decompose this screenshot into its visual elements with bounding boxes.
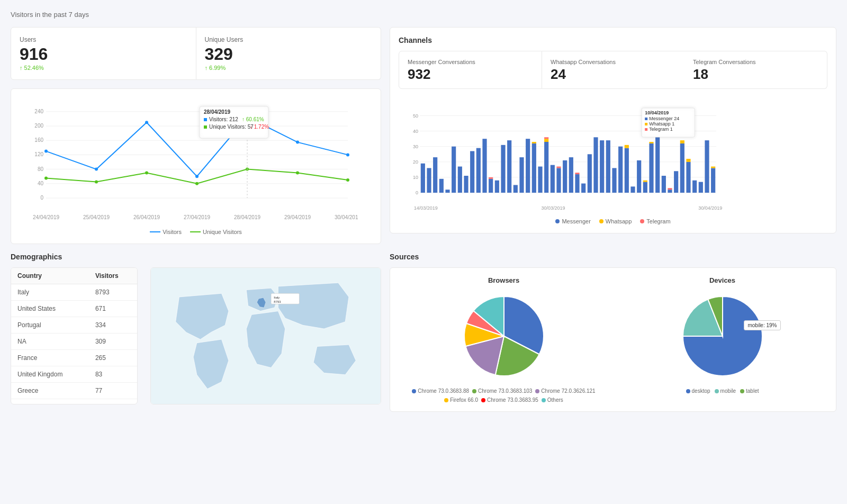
- table-row: United States671: [11, 301, 137, 317]
- browsers-legend-item: Chrome 73.0.3683.103: [472, 388, 532, 394]
- legend-whatsapp: Whatsapp: [599, 218, 632, 224]
- browsers-legend-item: Chrome 72.0.3626.121: [535, 388, 595, 394]
- demographics-table: Country Visitors Italy8793United States6…: [11, 267, 138, 404]
- whatsapp-stat: Whatsapp Conversations 24: [542, 51, 684, 89]
- users-stat-card: Users 916 ↑ 52.46%: [11, 27, 196, 80]
- devices-chart-container: mobile: 19%: [670, 289, 776, 384]
- visitors-chart-legend: Visitors Unique Visitors: [20, 229, 372, 235]
- devices-title: Devices: [709, 276, 735, 284]
- table-row: France265: [11, 350, 137, 366]
- svg-text:Italy: Italy: [274, 296, 280, 299]
- messenger-label: Messenger Conversations: [408, 59, 533, 65]
- telegram-value: 18: [693, 67, 818, 81]
- browsers-section: Browsers Chrome 73.0.3683.88Chrome 73.0.…: [399, 276, 609, 403]
- channels-section: Channels Messenger Conversations 932 Wha…: [390, 27, 836, 244]
- legend-messenger: Messenger: [555, 218, 590, 224]
- country-header: Country: [11, 268, 89, 284]
- browsers-legend-item: Chrome 73.0.3683.95: [481, 397, 538, 403]
- messenger-value: 932: [408, 67, 533, 81]
- channels-legend: Messenger Whatsapp Telegram: [399, 218, 827, 224]
- devices-legend-item: desktop: [686, 388, 710, 394]
- sources-title: Sources: [390, 253, 836, 261]
- sources-card: Browsers Chrome 73.0.3683.88Chrome 73.0.…: [390, 267, 836, 412]
- countries-table: Country Visitors Italy8793United States6…: [11, 268, 137, 399]
- page-title: Visitors in the past 7 days: [11, 11, 836, 19]
- unique-users-value: 329: [205, 46, 373, 62]
- channels-title: Channels: [399, 36, 827, 44]
- table-row: Italy8793: [11, 284, 137, 301]
- devices-legend: desktopmobiletablet: [686, 388, 759, 394]
- visitors-header: Visitors: [89, 268, 137, 284]
- telegram-stat: Telegram Conversations 18: [684, 51, 827, 89]
- map-svg: Italy 8793: [151, 268, 381, 404]
- visitors-line-chart: [20, 97, 358, 224]
- whatsapp-label: Whatsapp Conversations: [551, 59, 676, 65]
- unique-users-change: ↑ 6.99%: [205, 65, 373, 71]
- legend-telegram: Telegram: [640, 218, 670, 224]
- users-value: 916: [20, 46, 187, 62]
- users-change: ↑ 52.46%: [20, 65, 187, 71]
- messenger-stat: Messenger Conversations 932: [399, 51, 542, 89]
- browsers-pie-chart: [451, 289, 557, 384]
- channels-chart-container: Messenger Whatsapp Telegram: [399, 97, 827, 224]
- legend-visitors: Visitors: [150, 229, 182, 235]
- legend-unique-visitors: Unique Visitors: [190, 229, 242, 235]
- sources-section: Sources Browsers Chrome 73.0.3683.88Chro…: [390, 253, 836, 412]
- browsers-legend-item: Firefox 66.0: [444, 397, 478, 403]
- devices-section: Devices mobile: 19% desktopmobiletablet: [617, 276, 827, 403]
- whatsapp-value: 24: [551, 67, 676, 81]
- channels-stats: Messenger Conversations 932 Whatsapp Con…: [399, 51, 827, 89]
- devices-tooltip: mobile: 19%: [744, 320, 780, 330]
- devices-legend-item: tablet: [740, 388, 759, 394]
- table-row: NA309: [11, 334, 137, 350]
- table-row: Greece77: [11, 383, 137, 399]
- messenger-dot: [555, 219, 560, 223]
- telegram-label: Telegram Conversations: [693, 59, 818, 65]
- table-row: United Kingdom83: [11, 366, 137, 383]
- telegram-dot: [640, 219, 644, 223]
- svg-text:8793: 8793: [274, 300, 281, 303]
- whatsapp-dot: [599, 219, 603, 223]
- channels-bar-chart: [399, 97, 727, 214]
- devices-pie-chart: [670, 289, 776, 384]
- table-row: Portugal334: [11, 317, 137, 334]
- browsers-legend-item: Chrome 73.0.3683.88: [412, 388, 469, 394]
- demographics-title: Demographics: [11, 253, 381, 261]
- browsers-legend: Chrome 73.0.3683.88Chrome 73.0.3683.103C…: [399, 388, 609, 403]
- visitors-chart-card: Visitors Unique Visitors: [11, 88, 381, 244]
- users-label: Users: [20, 36, 187, 43]
- browsers-legend-item: Others: [542, 397, 563, 403]
- unique-users-label: Unique Users: [205, 36, 373, 43]
- demographics-section: Demographics Country Visitors Italy8793U…: [11, 253, 381, 412]
- demographics-inner: Country Visitors Italy8793United States6…: [11, 267, 381, 404]
- unique-users-stat-card: Unique Users 329 ↑ 6.99%: [196, 27, 382, 80]
- unique-visitors-line-icon: [190, 231, 201, 232]
- devices-legend-item: mobile: [715, 388, 736, 394]
- world-map: Italy 8793: [150, 267, 381, 404]
- visitors-line-icon: [150, 231, 160, 232]
- browsers-title: Browsers: [488, 276, 519, 284]
